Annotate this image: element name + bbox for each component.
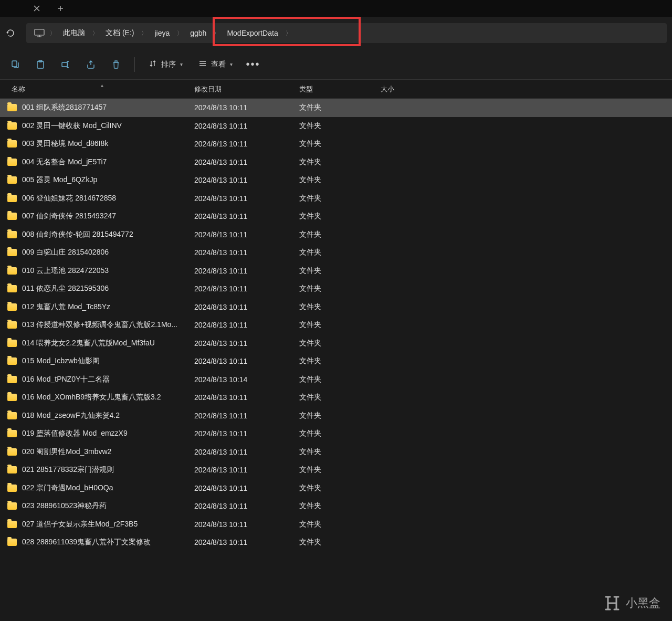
file-name: 007 仙剑奇侠传 2815493247 [22, 212, 189, 221]
close-tab-button[interactable] [26, 0, 47, 17]
paste-button[interactable] [30, 55, 50, 75]
folder-icon [7, 357, 17, 365]
file-type: 文件夹 [294, 356, 375, 366]
file-date: 2024/8/13 10:11 [189, 502, 294, 510]
folder-icon [7, 376, 17, 383]
file-date: 2024/8/13 10:11 [189, 321, 294, 329]
share-button[interactable] [81, 55, 101, 75]
folder-row[interactable]: 011 依恋凡尘 28215953062024/8/13 10:11文件夹 [0, 280, 672, 298]
folder-row[interactable]: 021 2851778332宗门潜规则2024/8/13 10:11文件夹 [0, 461, 672, 479]
file-type: 文件夹 [294, 139, 375, 149]
folder-row[interactable]: 006 登仙姐妹花 28146728582024/8/13 10:11文件夹 [0, 190, 672, 208]
watermark-text: 小黑盒 [626, 595, 660, 611]
column-name-header[interactable]: 名称 [0, 85, 189, 94]
file-name: 015 Mod_Icbzwb仙影阁 [22, 356, 189, 366]
view-button[interactable]: 查看 ▾ [193, 56, 238, 73]
folder-row[interactable]: 014 喂养龙女2.2鬼畜八荒版Mod_Mf3faU2024/8/13 10:1… [0, 334, 672, 353]
column-type-header[interactable]: 类型 [294, 85, 375, 94]
breadcrumb: 〉此电脑〉文档 (E:)〉jieya〉ggbh〉ModExportData〉 [50, 26, 291, 40]
file-date: 2024/8/13 10:11 [189, 484, 294, 492]
file-date: 2024/8/13 10:11 [189, 339, 294, 348]
close-icon [34, 5, 40, 12]
address-box[interactable]: 〉此电脑〉文档 (E:)〉jieya〉ggbh〉ModExportData〉 [26, 23, 667, 43]
folder-icon [7, 122, 17, 130]
folder-row[interactable]: 028 2889611039鬼畜八荒补丁文案修改2024/8/13 10:11文… [0, 533, 672, 552]
file-type: 文件夹 [294, 230, 375, 239]
column-date-header[interactable]: 修改日期 [189, 85, 294, 94]
file-type: 文件夹 [294, 538, 375, 547]
folder-row[interactable]: 023 2889610523神秘丹药2024/8/13 10:11文件夹 [0, 497, 672, 515]
breadcrumb-item[interactable]: 文档 (E:) [102, 26, 137, 40]
folder-row[interactable]: 018 Mod_zseowF九仙来贺4.22024/8/13 10:11文件夹 [0, 407, 672, 425]
file-date: 2024/8/13 10:11 [189, 176, 294, 184]
folder-row[interactable]: 010 云上瑶池 28247220532024/8/13 10:11文件夹 [0, 262, 672, 280]
file-name: 022 宗门奇遇Mod_bH0OQa [22, 483, 189, 493]
breadcrumb-item[interactable]: 此电脑 [60, 26, 88, 40]
folder-row[interactable]: 015 Mod_Icbzwb仙影阁2024/8/13 10:11文件夹 [0, 352, 672, 371]
folder-row[interactable]: 003 灵田秘境 Mod_d86I8k2024/8/13 10:11文件夹 [0, 135, 672, 153]
folder-icon [7, 502, 17, 510]
file-name: 016 Mod_XOmhB9培养女儿鬼畜八荒版3.2 [22, 393, 189, 402]
delete-button[interactable] [106, 55, 126, 75]
breadcrumb-item[interactable]: jieya [151, 27, 173, 39]
breadcrumb-item[interactable]: ggbh [187, 27, 209, 39]
folder-row[interactable]: 022 宗门奇遇Mod_bH0OQa2024/8/13 10:11文件夹 [0, 479, 672, 498]
folder-row[interactable]: 001 组队系统28187714572024/8/13 10:11文件夹 [0, 99, 672, 117]
svg-rect-2 [37, 61, 44, 68]
sort-label: 排序 [161, 60, 176, 69]
new-tab-button[interactable] [50, 0, 71, 17]
ellipsis-icon: ••• [246, 58, 260, 70]
sort-button[interactable]: 排序 ▾ [143, 56, 188, 73]
file-date: 2024/8/13 10:11 [189, 103, 294, 112]
folder-row[interactable]: 009 白驼山庄 28154028062024/8/13 10:11文件夹 [0, 244, 672, 262]
folder-icon [7, 104, 17, 111]
folder-row[interactable]: 007 仙剑奇侠传 28154932472024/8/13 10:11文件夹 [0, 207, 672, 226]
folder-icon [7, 159, 17, 166]
folder-row[interactable]: 016 Mod_tPNZ0Y十二名器2024/8/13 10:14文件夹 [0, 371, 672, 389]
rename-button[interactable] [56, 55, 76, 75]
file-name: 023 2889610523神秘丹药 [22, 501, 189, 511]
folder-row[interactable]: 016 Mod_XOmhB9培养女儿鬼畜八荒版3.22024/8/13 10:1… [0, 388, 672, 407]
copy-button[interactable] [5, 55, 25, 75]
file-name: 013 传授道种双修+视频调令鬼畜八荒版2.1Mo... [22, 320, 189, 330]
folder-row[interactable]: 013 传授道种双修+视频调令鬼畜八荒版2.1Mo...2024/8/13 10… [0, 316, 672, 334]
file-name: 027 道侣子女显示亲生Mod_r2F3B5 [22, 520, 189, 529]
file-type: 文件夹 [294, 339, 375, 348]
file-type: 文件夹 [294, 157, 375, 167]
file-date: 2024/8/13 10:11 [189, 412, 294, 420]
folder-row[interactable]: 019 堕落值修改器 Mod_emzzX92024/8/13 10:11文件夹 [0, 425, 672, 443]
file-date: 2024/8/13 10:14 [189, 375, 294, 384]
file-name: 001 组队系统2818771457 [22, 103, 189, 112]
file-type: 文件夹 [294, 393, 375, 402]
folder-row[interactable]: 002 灵田一键收获 Mod_CilINV2024/8/13 10:11文件夹 [0, 117, 672, 135]
file-date: 2024/8/13 10:11 [189, 357, 294, 365]
file-name: 019 堕落值修改器 Mod_emzzX9 [22, 429, 189, 438]
file-type: 文件夹 [294, 465, 375, 475]
file-date: 2024/8/13 10:11 [189, 140, 294, 148]
folder-icon [7, 539, 17, 546]
file-name: 012 鬼畜八荒 Mod_Tc85Yz [22, 302, 189, 312]
column-size-header[interactable]: 大小 [375, 85, 428, 94]
folder-icon [7, 140, 17, 148]
folder-row[interactable]: 027 道侣子女显示亲生Mod_r2F3B52024/8/13 10:11文件夹 [0, 515, 672, 534]
file-name: 009 白驼山庄 2815402806 [22, 248, 189, 257]
file-date: 2024/8/13 10:11 [189, 448, 294, 456]
folder-row[interactable]: 005 器灵 Mod_6QZkJp2024/8/13 10:11文件夹 [0, 171, 672, 190]
folder-icon [7, 267, 17, 275]
file-name: 014 喂养龙女2.2鬼畜八荒版Mod_Mf3faU [22, 339, 189, 348]
file-type: 文件夹 [294, 429, 375, 438]
file-date: 2024/8/13 10:11 [189, 194, 294, 203]
refresh-icon [6, 29, 15, 37]
file-date: 2024/8/13 10:11 [189, 230, 294, 239]
view-label: 查看 [211, 60, 226, 69]
refresh-button[interactable] [5, 28, 16, 38]
folder-row[interactable]: 020 阉割男性Mod_3mbvw22024/8/13 10:11文件夹 [0, 443, 672, 461]
file-name: 011 依恋凡尘 2821595306 [22, 284, 189, 293]
breadcrumb-item[interactable]: ModExportData [224, 27, 281, 39]
trash-icon [111, 60, 121, 69]
more-button[interactable]: ••• [243, 55, 263, 75]
folder-row[interactable]: 008 仙剑奇侠传-轮回 28154947722024/8/13 10:11文件… [0, 226, 672, 244]
folder-row[interactable]: 004 无名整合 Mod_jE5Ti72024/8/13 10:11文件夹 [0, 153, 672, 172]
folder-row[interactable]: 012 鬼畜八荒 Mod_Tc85Yz2024/8/13 10:11文件夹 [0, 298, 672, 317]
view-icon [198, 59, 207, 70]
